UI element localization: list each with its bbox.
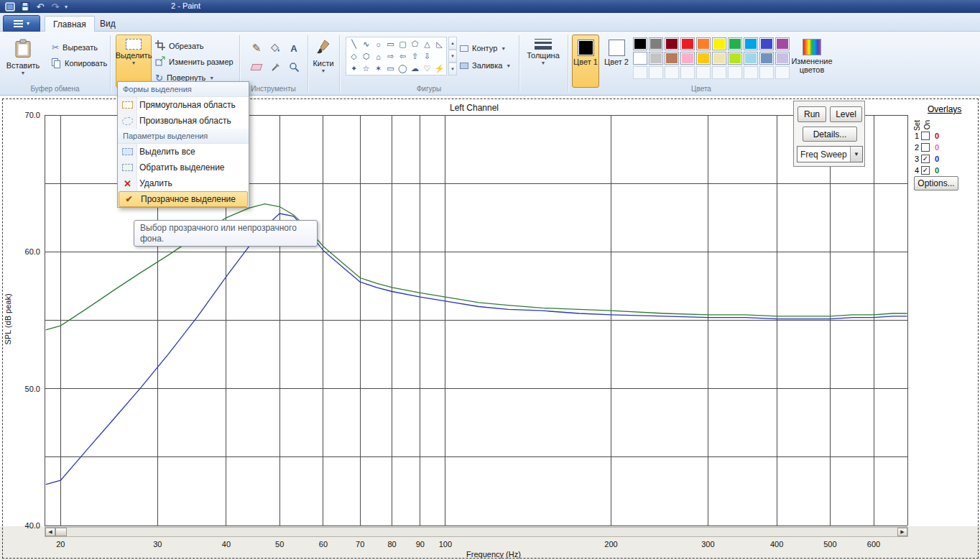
palette-color-swatch[interactable] bbox=[665, 37, 679, 50]
scrollbar-thumb[interactable] bbox=[55, 528, 67, 536]
menu-item-transparent-selection[interactable]: ✔ Прозрачное выделение bbox=[119, 191, 248, 207]
palette-color-swatch[interactable] bbox=[696, 37, 711, 50]
palette-color-swatch[interactable] bbox=[775, 37, 790, 50]
palette-empty-slot[interactable] bbox=[680, 66, 695, 79]
shape-tool[interactable]: ○ bbox=[372, 38, 384, 50]
crop-button[interactable]: Обрезать bbox=[155, 39, 204, 53]
menu-item-delete[interactable]: ✕ Удалить bbox=[118, 175, 249, 191]
gallery-expand-icon[interactable]: ▼ bbox=[448, 63, 457, 75]
chart-horizontal-scrollbar[interactable]: ◀ ▶ bbox=[45, 527, 908, 537]
shape-tool[interactable]: ◯ bbox=[397, 63, 409, 75]
menu-item-invert-selection[interactable]: Обратить выделение bbox=[118, 160, 249, 175]
color1-tile[interactable]: Цвет 1 bbox=[572, 35, 599, 88]
palette-color-swatch[interactable] bbox=[665, 52, 679, 65]
shape-tool[interactable]: ◇ bbox=[348, 50, 360, 63]
color-picker-tool[interactable] bbox=[266, 58, 285, 76]
tab-home[interactable]: Главная bbox=[45, 16, 95, 32]
save-icon[interactable] bbox=[19, 1, 31, 12]
palette-empty-slot[interactable] bbox=[775, 66, 790, 79]
shape-tool[interactable]: ✶ bbox=[372, 63, 384, 75]
palette-empty-slot[interactable] bbox=[633, 66, 647, 79]
scrollbar-track[interactable] bbox=[67, 528, 897, 536]
shape-tool[interactable]: ⇦ bbox=[397, 50, 409, 63]
shape-tool[interactable]: ♡ bbox=[421, 63, 433, 75]
shape-tool[interactable]: ╲ bbox=[348, 38, 360, 50]
tab-view[interactable]: Вид bbox=[92, 16, 124, 32]
select-button[interactable]: Выделить ▼ bbox=[116, 35, 152, 88]
menu-item-freeform-selection[interactable]: Произвольная область bbox=[118, 113, 249, 129]
palette-empty-slot[interactable] bbox=[649, 66, 663, 79]
shape-tool[interactable]: ⚡ bbox=[433, 63, 445, 75]
fill-tool[interactable] bbox=[266, 39, 285, 58]
shape-tool[interactable]: ▭ bbox=[384, 38, 397, 50]
text-tool[interactable]: A bbox=[285, 39, 303, 58]
overlay-checkbox[interactable]: ✓ bbox=[921, 166, 930, 175]
palette-color-swatch[interactable] bbox=[744, 37, 758, 50]
shape-tool[interactable]: ⬡ bbox=[360, 50, 372, 63]
palette-empty-slot[interactable] bbox=[744, 66, 758, 79]
palette-color-swatch[interactable] bbox=[775, 52, 790, 65]
palette-color-swatch[interactable] bbox=[728, 52, 742, 65]
palette-color-swatch[interactable] bbox=[744, 52, 758, 65]
palette-color-swatch[interactable] bbox=[696, 52, 711, 65]
options-button[interactable]: Options... bbox=[914, 176, 958, 191]
edit-colors-button[interactable]: Изменение цветов bbox=[789, 35, 835, 88]
scroll-left-icon[interactable]: ◀ bbox=[45, 528, 55, 536]
paste-button[interactable]: Вставить ▼ bbox=[6, 35, 40, 88]
palette-empty-slot[interactable] bbox=[665, 66, 679, 79]
shape-tool[interactable]: ⬠ bbox=[409, 38, 421, 50]
menu-item-rectangular-selection[interactable]: Прямоугольная область bbox=[118, 97, 249, 113]
palette-empty-slot[interactable] bbox=[759, 66, 774, 79]
palette-color-swatch[interactable] bbox=[680, 37, 695, 50]
shape-tool[interactable]: ⇨ bbox=[384, 50, 397, 63]
shape-fill-button[interactable]: Заливка ▼ bbox=[460, 58, 511, 73]
palette-color-swatch[interactable] bbox=[633, 37, 647, 50]
palette-color-swatch[interactable] bbox=[680, 52, 695, 65]
scroll-down-icon[interactable]: ▼ bbox=[448, 50, 457, 63]
cut-button[interactable]: ✂ Вырезать bbox=[52, 40, 98, 55]
signal-type-combobox[interactable]: Freq Sweep ▼ bbox=[797, 146, 863, 162]
paint-logo-icon[interactable] bbox=[4, 1, 16, 12]
palette-color-swatch[interactable] bbox=[712, 52, 726, 65]
details-button[interactable]: Details... bbox=[803, 127, 857, 142]
menu-item-select-all[interactable]: Выделить все bbox=[118, 144, 249, 160]
shape-tool[interactable]: ⇩ bbox=[421, 50, 433, 63]
shape-tool[interactable]: ▭ bbox=[384, 63, 397, 75]
eraser-tool[interactable] bbox=[247, 58, 266, 76]
overlay-checkbox[interactable] bbox=[921, 132, 930, 140]
palette-color-swatch[interactable] bbox=[712, 37, 726, 50]
overlay-checkbox[interactable] bbox=[921, 143, 930, 152]
size-button[interactable]: Толщина ▼ bbox=[523, 35, 563, 88]
palette-color-swatch[interactable] bbox=[728, 37, 742, 50]
brushes-button[interactable]: Кисти ▼ bbox=[309, 35, 338, 88]
palette-empty-slot[interactable] bbox=[728, 66, 742, 79]
shape-tool[interactable]: ▢ bbox=[397, 38, 409, 50]
file-menu-button[interactable]: ▾ bbox=[3, 15, 40, 32]
palette-color-swatch[interactable] bbox=[633, 52, 647, 65]
scroll-right-icon[interactable]: ▶ bbox=[897, 528, 907, 536]
shape-tool[interactable]: ◺ bbox=[433, 38, 445, 50]
chevron-down-icon[interactable]: ▼ bbox=[850, 147, 862, 162]
qat-dropdown-icon[interactable]: ▾ bbox=[65, 4, 68, 10]
run-button[interactable]: Run bbox=[798, 106, 826, 122]
resize-button[interactable]: Изменить размер bbox=[155, 55, 234, 69]
redo-icon[interactable]: ↷ bbox=[50, 1, 61, 12]
scroll-up-icon[interactable]: ▲ bbox=[448, 37, 457, 50]
shape-outline-button[interactable]: Контур ▼ bbox=[460, 41, 506, 55]
shape-tool[interactable]: ∿ bbox=[360, 38, 372, 50]
shape-tool[interactable]: △ bbox=[421, 38, 433, 50]
pencil-tool[interactable]: ✎ bbox=[247, 39, 266, 58]
shape-tool[interactable]: ☆ bbox=[360, 63, 372, 75]
shape-tool[interactable]: ✦ bbox=[348, 63, 360, 75]
palette-color-swatch[interactable] bbox=[759, 37, 774, 50]
overlay-checkbox[interactable]: ✓ bbox=[921, 155, 930, 163]
copy-button[interactable]: Копировать bbox=[52, 56, 107, 70]
palette-color-swatch[interactable] bbox=[759, 52, 774, 65]
shape-tool[interactable]: ☁ bbox=[409, 63, 421, 75]
palette-empty-slot[interactable] bbox=[696, 66, 711, 79]
shape-tool[interactable]: ⌂ bbox=[372, 50, 384, 63]
palette-empty-slot[interactable] bbox=[712, 66, 726, 79]
palette-color-swatch[interactable] bbox=[649, 37, 663, 50]
undo-icon[interactable]: ↶ bbox=[34, 1, 46, 12]
palette-color-swatch[interactable] bbox=[649, 52, 663, 65]
